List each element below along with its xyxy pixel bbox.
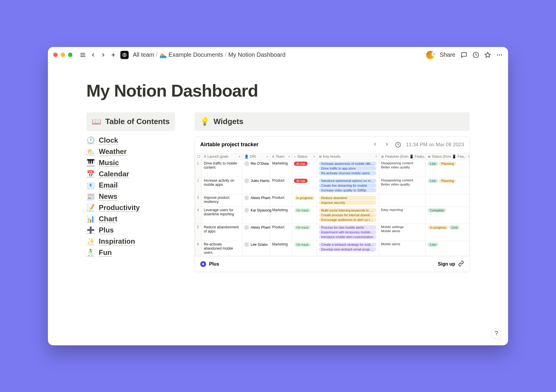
toc-item-label: Weather bbox=[99, 147, 127, 156]
more-options-icon[interactable] bbox=[496, 52, 503, 58]
cell-key-results[interactable]: Introduce ephemeral options on mobileCre… bbox=[317, 177, 379, 194]
widget-prev-button[interactable] bbox=[371, 141, 379, 149]
table-row[interactable]: 3Improve product resiliencyAlexis PhamPr… bbox=[195, 194, 469, 206]
signup-button[interactable]: Sign up bbox=[438, 261, 455, 267]
breadcrumb-item-current[interactable]: My Notion Dashboard bbox=[228, 51, 285, 58]
hamburger-menu-icon[interactable] bbox=[80, 52, 86, 58]
cell-goal[interactable]: Drive traffic to mobile content bbox=[202, 160, 243, 177]
cell-features[interactable] bbox=[379, 194, 426, 206]
cell-dri[interactable]: Jules Harris bbox=[242, 177, 270, 194]
col-key-results[interactable]: ≣Key results▾ bbox=[317, 153, 379, 160]
cell-goal[interactable]: Re-activate abandoned mobile users bbox=[202, 241, 243, 256]
cell-dri[interactable]: Kai Siyavong bbox=[242, 206, 270, 224]
cell-goal[interactable]: Leverage users for downtime reporting bbox=[202, 206, 243, 224]
toc-item[interactable]: 📰News bbox=[86, 192, 175, 201]
cell-status2[interactable] bbox=[426, 194, 469, 206]
link-icon[interactable] bbox=[458, 261, 464, 268]
cell-goal[interactable]: Improve product resiliency bbox=[202, 194, 243, 206]
nav-forward-button[interactable] bbox=[100, 52, 106, 58]
toc-item[interactable]: 🕐Clock bbox=[86, 136, 175, 144]
toc-item[interactable]: 📧Email bbox=[86, 181, 175, 189]
cell-dri[interactable]: Alexis Pham bbox=[242, 194, 270, 206]
cell-goal[interactable]: Increase activity on mobile apps bbox=[202, 177, 243, 194]
table-row[interactable]: 5Reduce abandonment of appsAlexis PhamPr… bbox=[195, 224, 469, 241]
cell-status[interactable]: On track bbox=[292, 241, 317, 256]
cell-features[interactable]: Disappearing contentBetter video quality bbox=[379, 160, 426, 177]
toc-emoji-icon: 🎹 bbox=[86, 159, 95, 167]
col-dri[interactable]: 👤DRI▾ bbox=[242, 153, 270, 160]
toc-item[interactable]: ✨Inspiration bbox=[86, 237, 175, 245]
cell-dri[interactable]: Lee Szabo bbox=[242, 241, 270, 256]
cell-status2[interactable]: In progressLive bbox=[426, 224, 469, 241]
breadcrumb-item-allteam[interactable]: All team bbox=[133, 51, 154, 58]
cell-features[interactable]: Disappearing contentBetter video quality bbox=[379, 177, 426, 194]
share-button[interactable]: Share bbox=[440, 51, 455, 58]
toc-item-label: Productivity bbox=[99, 204, 140, 212]
cell-team[interactable]: Marketing bbox=[270, 160, 292, 177]
cell-key-results[interactable]: Create a winback strategy for mobile ...… bbox=[317, 241, 379, 256]
table-row[interactable]: 2Increase activity on mobile appsJules H… bbox=[195, 177, 469, 194]
row-number: 2 bbox=[195, 177, 202, 194]
new-page-button[interactable] bbox=[110, 52, 116, 58]
cell-status[interactable]: On track bbox=[292, 206, 317, 224]
col-launch-goals[interactable]: ALaunch goals▾ bbox=[202, 153, 243, 160]
cell-status2[interactable]: LivePlanning bbox=[426, 160, 469, 177]
cell-team[interactable]: Marketing bbox=[270, 241, 292, 256]
toc-item-label: Fun bbox=[99, 248, 112, 257]
cell-features[interactable]: Easy reporting bbox=[379, 206, 426, 224]
cell-status2[interactable]: Complete bbox=[426, 206, 469, 224]
cell-goal[interactable]: Reduce abandonment of apps bbox=[202, 224, 243, 241]
cell-team[interactable]: Product bbox=[270, 177, 292, 194]
cell-status2[interactable]: LivePlanning bbox=[426, 177, 469, 194]
updates-icon[interactable] bbox=[473, 52, 479, 58]
cell-dri[interactable]: Alexis Pham bbox=[242, 224, 270, 241]
breadcrumb-label: Example Documents bbox=[169, 51, 223, 58]
favorite-icon[interactable] bbox=[484, 52, 491, 58]
widgets-header-label: Widgets bbox=[214, 117, 243, 126]
help-button[interactable]: ? bbox=[491, 328, 502, 339]
toc-item[interactable]: 🎹Music bbox=[86, 159, 175, 167]
minimize-window-button[interactable] bbox=[61, 53, 65, 57]
breadcrumb-item-example[interactable]: 🏊 Example Documents bbox=[159, 51, 223, 58]
svg-point-11 bbox=[499, 54, 500, 56]
cell-dri[interactable]: Rin O'Shea bbox=[242, 160, 270, 177]
close-window-button[interactable] bbox=[53, 53, 58, 57]
cell-team[interactable]: Product bbox=[270, 194, 292, 206]
cell-status2[interactable]: Live bbox=[426, 241, 469, 256]
cell-status[interactable]: At risk bbox=[292, 160, 317, 177]
col-status[interactable]: ○Status▾ bbox=[292, 153, 317, 160]
checkbox-header[interactable]: ☐ bbox=[195, 153, 202, 160]
cell-team[interactable]: Product bbox=[270, 224, 292, 241]
widget-next-button[interactable] bbox=[383, 141, 390, 149]
toc-item[interactable]: 📝Productivity bbox=[86, 204, 175, 212]
toc-emoji-icon: 🕺 bbox=[86, 249, 95, 256]
nav-back-button[interactable] bbox=[90, 52, 96, 58]
comments-icon[interactable] bbox=[461, 52, 467, 58]
cell-key-results[interactable]: Process for new mobile alertsExperiment … bbox=[317, 224, 379, 241]
cell-status[interactable]: On track bbox=[292, 224, 317, 241]
table-row[interactable]: 1Drive traffic to mobile contentRin O'Sh… bbox=[195, 160, 469, 177]
cell-status[interactable]: At risk bbox=[292, 177, 317, 194]
toc-item[interactable]: ⛅Weather bbox=[86, 147, 175, 156]
cell-features[interactable]: Mobile alerts bbox=[379, 241, 426, 256]
maximize-window-button[interactable] bbox=[68, 53, 72, 57]
airtable-grid[interactable]: ☐ ALaunch goals▾ 👤DRI▾ ATeam▾ ○Status▾ ≣… bbox=[195, 153, 469, 256]
col-team[interactable]: ATeam▾ bbox=[270, 153, 292, 160]
cell-key-results[interactable]: Increase awareness of mobile offeringsDr… bbox=[317, 160, 379, 177]
toc-item[interactable]: 🕺Fun bbox=[86, 248, 175, 257]
col-status2[interactable]: ≣Status (from 📱 Fea...▾ bbox=[426, 153, 469, 160]
cell-key-results[interactable]: Build social listening keywords to cat..… bbox=[317, 206, 379, 224]
cell-team[interactable]: Marketing bbox=[270, 206, 292, 224]
avatar[interactable]: D bbox=[426, 51, 434, 59]
toc-item[interactable]: 📅Calendar bbox=[86, 170, 175, 178]
toc-item[interactable]: ➕Plus bbox=[86, 226, 175, 234]
right-column: 💡 Widgets Airtable project tracker bbox=[195, 112, 470, 272]
table-row[interactable]: 4Leverage users for downtime reportingKa… bbox=[195, 206, 469, 224]
cell-features[interactable]: Mobile settingsMobile alerts bbox=[379, 224, 426, 241]
table-row[interactable]: 6Re-activate abandoned mobile usersLee S… bbox=[195, 241, 469, 256]
toc-item[interactable]: 📊Chart bbox=[86, 215, 175, 223]
toc-item-label: Email bbox=[99, 181, 118, 189]
cell-key-results[interactable]: Reduce downtimeImprove security bbox=[317, 194, 379, 206]
col-features[interactable]: ≣Features (from 📱 Featu...▾ bbox=[379, 153, 426, 160]
cell-status[interactable]: In progress bbox=[292, 194, 317, 206]
